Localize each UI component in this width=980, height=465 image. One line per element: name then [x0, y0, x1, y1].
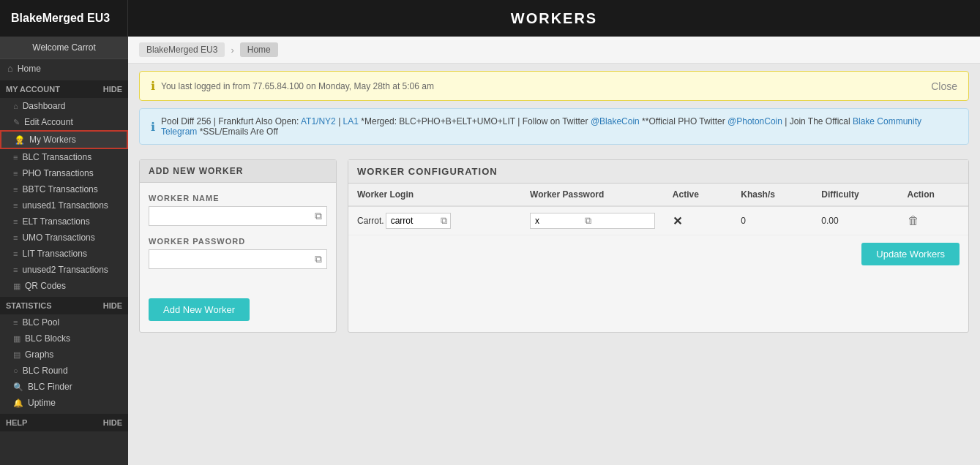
col-worker-password: Worker Password: [521, 184, 664, 206]
site-name: BlakeMerged EU3: [0, 0, 128, 37]
unused2-transactions-icon: ≡: [13, 265, 18, 274]
info-icon: ℹ: [151, 120, 155, 134]
link-la1[interactable]: LA1: [343, 116, 359, 126]
worker-config-header: WORKER CONFIGURATION: [348, 160, 968, 184]
worker-login-copy-icon[interactable]: ⧉: [438, 213, 450, 228]
table-row: Carrot. ⧉ ⧉: [348, 206, 968, 235]
link-telegram[interactable]: Blake Community Telegram: [161, 116, 921, 137]
worker-login-cell: Carrot. ⧉: [348, 206, 521, 235]
worker-table: Worker Login Worker Password Active Khas…: [348, 184, 968, 235]
sidebar: Welcome Carrot ⌂ Home MY ACCOUNT HIDE ⌂ …: [0, 37, 128, 465]
my-account-hide-btn[interactable]: HIDE: [103, 85, 122, 94]
pho-transactions-icon: ≡: [13, 169, 18, 178]
info-text: Pool Diff 256 | Frankfurt Also Open: AT1…: [161, 116, 957, 137]
qr-codes-icon: ▦: [13, 281, 20, 291]
blc-round-icon: ○: [13, 366, 18, 375]
umo-transactions-icon: ≡: [13, 233, 18, 242]
worker-difficulty-cell: 0.00: [812, 206, 898, 235]
workers-icon: 👷: [15, 135, 25, 145]
worker-table-header-row: Worker Login Worker Password Active Khas…: [348, 184, 968, 206]
col-action: Action: [899, 184, 969, 206]
worker-delete-icon[interactable]: 🗑: [908, 214, 919, 227]
breadcrumb-blakemerged[interactable]: BlakeMerged EU3: [139, 42, 225, 57]
sidebar-item-blc-finder[interactable]: 🔍 BLC Finder: [0, 379, 128, 395]
update-btn-wrap: Update Workers: [348, 235, 968, 273]
worker-password-input[interactable]: [149, 251, 310, 268]
content-area: ADD NEW WORKER WORKER NAME ⧉ WORKER PASS…: [128, 152, 980, 340]
worker-name-copy-icon[interactable]: ⧉: [310, 207, 326, 225]
alert-close-button[interactable]: Close: [931, 80, 957, 92]
worker-name-input[interactable]: [149, 208, 310, 225]
home-icon: ⌂: [7, 63, 13, 74]
site-name-text: BlakeMerged EU3: [11, 12, 110, 25]
worker-password-input-wrap: ⧉: [149, 249, 327, 269]
warning-alert: ℹ You last logged in from 77.65.84.100 o…: [139, 71, 969, 101]
sidebar-item-elt-transactions[interactable]: ≡ ELT Transactions: [0, 213, 128, 230]
update-workers-button[interactable]: Update Workers: [861, 243, 960, 265]
sidebar-item-home[interactable]: ⌂ Home: [0, 59, 128, 78]
add-worker-footer: Add New Worker: [140, 291, 336, 332]
sidebar-item-umo-transactions[interactable]: ≡ UMO Transactions: [0, 230, 128, 246]
lit-transactions-icon: ≡: [13, 249, 18, 258]
graphs-icon: ▤: [13, 350, 20, 360]
sidebar-item-edit-account[interactable]: ✎ Edit Account: [0, 114, 128, 130]
sidebar-section-help: HELP HIDE: [0, 414, 128, 431]
bbtc-transactions-icon: ≡: [13, 185, 18, 194]
sidebar-item-pho-transactions[interactable]: ≡ PHO Transactions: [0, 165, 128, 181]
worker-khash-cell: 0: [732, 206, 812, 235]
sidebar-item-bbtc-transactions[interactable]: ≡ BBTC Transactions: [0, 181, 128, 197]
help-hide-btn[interactable]: HIDE: [103, 418, 122, 427]
page-title: WORKERS: [128, 0, 980, 37]
worker-password-input-wrap: ⧉: [530, 213, 655, 229]
breadcrumb-home[interactable]: Home: [240, 42, 278, 57]
worker-login-prefix: Carrot.: [357, 216, 384, 226]
link-blakecoin[interactable]: @BlakeCoin: [591, 116, 640, 126]
sidebar-item-graphs[interactable]: ▤ Graphs: [0, 347, 128, 363]
edit-account-icon: ✎: [13, 118, 20, 127]
worker-config-panel: WORKER CONFIGURATION Worker Login Worker…: [348, 159, 969, 333]
sidebar-section-my-account: MY ACCOUNT HIDE: [0, 80, 128, 98]
sidebar-item-qr-codes[interactable]: ▦ QR Codes: [0, 278, 128, 294]
add-worker-body: WORKER NAME ⧉ WORKER PASSWORD ⧉: [140, 183, 336, 291]
col-worker-login: Worker Login: [348, 184, 521, 206]
worker-name-input-wrap: ⧉: [149, 206, 327, 226]
uptime-icon: 🔔: [13, 398, 23, 408]
col-khash: Khash/s: [732, 184, 812, 206]
sidebar-item-lit-transactions[interactable]: ≡ LIT Transactions: [0, 246, 128, 262]
sidebar-item-unused2-transactions[interactable]: ≡ unused2 Transactions: [0, 262, 128, 278]
blc-transactions-icon: ≡: [13, 153, 18, 162]
blc-finder-icon: 🔍: [13, 382, 23, 392]
sidebar-item-unused1-transactions[interactable]: ≡ unused1 Transactions: [0, 197, 128, 213]
add-new-worker-button[interactable]: Add New Worker: [149, 298, 250, 321]
sidebar-item-uptime[interactable]: 🔔 Uptime: [0, 395, 128, 411]
elt-transactions-icon: ≡: [13, 217, 18, 226]
col-active: Active: [664, 184, 732, 206]
worker-password-copy-icon[interactable]: ⧉: [582, 213, 594, 228]
worker-active-cell: ✕: [664, 206, 732, 235]
statistics-hide-btn[interactable]: HIDE: [103, 301, 122, 310]
main-content: BlakeMerged EU3 › Home ℹ You last logged…: [128, 37, 980, 465]
sidebar-item-blc-pool[interactable]: ≡ BLC Pool: [0, 314, 128, 330]
blc-blocks-icon: ▦: [13, 334, 20, 344]
sidebar-item-my-workers[interactable]: 👷 My Workers: [0, 130, 128, 149]
sidebar-item-blc-transactions[interactable]: ≡ BLC Transactions: [0, 149, 128, 165]
link-at1ny2[interactable]: AT1/NY2: [301, 116, 336, 126]
info-alert: ℹ Pool Diff 256 | Frankfurt Also Open: A…: [139, 108, 969, 145]
worker-password-group: WORKER PASSWORD ⧉: [149, 237, 327, 269]
layout: Welcome Carrot ⌂ Home MY ACCOUNT HIDE ⌂ …: [0, 37, 980, 465]
link-photoncoin[interactable]: @PhotonCoin: [727, 116, 782, 126]
warning-icon: ℹ: [151, 79, 155, 93]
breadcrumb-arrow: ›: [231, 45, 233, 56]
header: BlakeMerged EU3 WORKERS: [0, 0, 980, 37]
sidebar-item-blc-round[interactable]: ○ BLC Round: [0, 363, 128, 379]
sidebar-item-dashboard[interactable]: ⌂ Dashboard: [0, 98, 128, 114]
breadcrumb: BlakeMerged EU3 › Home: [128, 37, 980, 64]
worker-password-copy-icon[interactable]: ⧉: [310, 250, 326, 268]
worker-active-cross-icon: ✕: [673, 215, 682, 227]
worker-name-group: WORKER NAME ⧉: [149, 194, 327, 226]
worker-row-password-input[interactable]: [531, 213, 582, 228]
add-worker-panel: ADD NEW WORKER WORKER NAME ⧉ WORKER PASS…: [139, 159, 337, 333]
worker-password-label: WORKER PASSWORD: [149, 237, 327, 246]
sidebar-item-blc-blocks[interactable]: ▦ BLC Blocks: [0, 330, 128, 347]
worker-login-input[interactable]: [386, 213, 438, 228]
